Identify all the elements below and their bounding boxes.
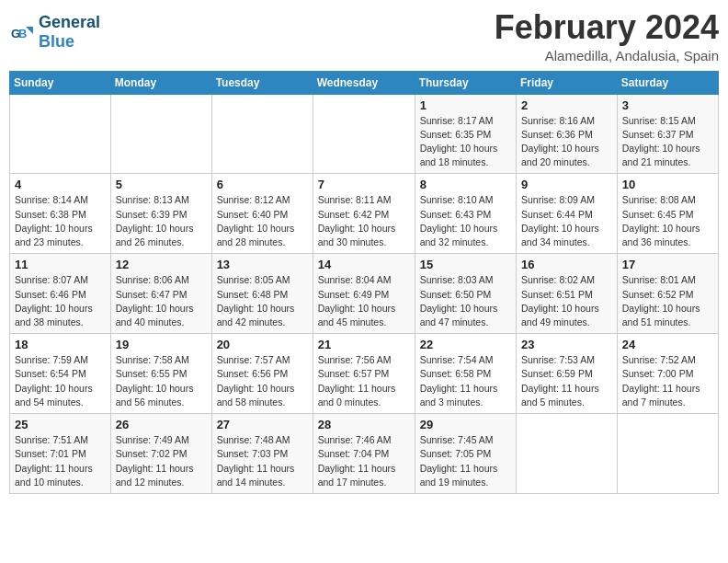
day-number: 7: [318, 178, 410, 191]
day-number: 17: [622, 258, 713, 271]
day-info: Sunrise: 8:01 AMSunset: 6:52 PMDaylight:…: [622, 273, 713, 329]
week-row-2: 4Sunrise: 8:14 AMSunset: 6:38 PMDaylight…: [10, 174, 719, 254]
weekday-header-monday: Monday: [110, 71, 211, 94]
week-row-5: 25Sunrise: 7:51 AMSunset: 7:01 PMDayligh…: [10, 414, 719, 494]
day-cell: 13Sunrise: 8:05 AMSunset: 6:48 PMDayligh…: [211, 254, 313, 334]
day-cell: 14Sunrise: 8:04 AMSunset: 6:49 PMDayligh…: [313, 254, 415, 334]
day-cell: 8Sunrise: 8:10 AMSunset: 6:43 PMDaylight…: [415, 174, 516, 254]
day-cell: 6Sunrise: 8:12 AMSunset: 6:40 PMDaylight…: [211, 174, 313, 254]
day-info: Sunrise: 7:46 AMSunset: 7:04 PMDaylight:…: [318, 433, 410, 489]
weekday-header-saturday: Saturday: [617, 71, 718, 94]
day-number: 5: [116, 178, 207, 191]
logo-icon: G B: [9, 19, 35, 45]
day-info: Sunrise: 8:14 AMSunset: 6:38 PMDaylight:…: [15, 193, 106, 249]
day-info: Sunrise: 8:09 AMSunset: 6:44 PMDaylight:…: [521, 193, 612, 249]
weekday-header-row: SundayMondayTuesdayWednesdayThursdayFrid…: [10, 71, 719, 94]
day-info: Sunrise: 7:58 AMSunset: 6:55 PMDaylight:…: [116, 353, 207, 409]
day-cell: 27Sunrise: 7:48 AMSunset: 7:03 PMDayligh…: [211, 414, 313, 494]
location-subtitle: Alamedilla, Andalusia, Spain: [495, 48, 719, 63]
day-cell: 22Sunrise: 7:54 AMSunset: 6:58 PMDayligh…: [415, 334, 516, 414]
day-info: Sunrise: 8:12 AMSunset: 6:40 PMDaylight:…: [217, 193, 308, 249]
day-info: Sunrise: 8:02 AMSunset: 6:51 PMDaylight:…: [521, 273, 612, 329]
week-row-1: 1Sunrise: 8:17 AMSunset: 6:35 PMDaylight…: [10, 94, 719, 174]
day-info: Sunrise: 8:05 AMSunset: 6:48 PMDaylight:…: [217, 273, 308, 329]
day-number: 21: [318, 338, 410, 351]
day-cell: [110, 94, 211, 174]
day-number: 19: [116, 338, 207, 351]
day-number: 8: [420, 178, 511, 191]
weekday-header-tuesday: Tuesday: [211, 71, 313, 94]
day-cell: 20Sunrise: 7:57 AMSunset: 6:56 PMDayligh…: [211, 334, 313, 414]
day-number: 20: [217, 338, 308, 351]
day-number: 27: [217, 418, 308, 431]
day-info: Sunrise: 7:59 AMSunset: 6:54 PMDaylight:…: [15, 353, 106, 409]
day-info: Sunrise: 7:49 AMSunset: 7:02 PMDaylight:…: [116, 433, 207, 489]
day-cell: 17Sunrise: 8:01 AMSunset: 6:52 PMDayligh…: [617, 254, 718, 334]
day-info: Sunrise: 7:52 AMSunset: 7:00 PMDaylight:…: [622, 353, 713, 409]
weekday-header-sunday: Sunday: [10, 71, 111, 94]
day-info: Sunrise: 7:54 AMSunset: 6:58 PMDaylight:…: [420, 353, 511, 409]
day-number: 11: [15, 258, 106, 271]
day-info: Sunrise: 8:08 AMSunset: 6:45 PMDaylight:…: [622, 193, 713, 249]
day-info: Sunrise: 8:07 AMSunset: 6:46 PMDaylight:…: [15, 273, 106, 329]
header: G B General Blue February 2024 Alamedill…: [9, 9, 719, 63]
day-info: Sunrise: 8:17 AMSunset: 6:35 PMDaylight:…: [420, 114, 511, 170]
day-number: 1: [420, 98, 511, 112]
svg-text:B: B: [18, 27, 27, 40]
day-info: Sunrise: 8:15 AMSunset: 6:37 PMDaylight:…: [622, 114, 713, 170]
day-info: Sunrise: 7:57 AMSunset: 6:56 PMDaylight:…: [217, 353, 308, 409]
day-number: 12: [116, 258, 207, 271]
day-info: Sunrise: 7:53 AMSunset: 6:59 PMDaylight:…: [521, 353, 612, 409]
day-cell: 25Sunrise: 7:51 AMSunset: 7:01 PMDayligh…: [10, 414, 111, 494]
day-cell: 23Sunrise: 7:53 AMSunset: 6:59 PMDayligh…: [517, 334, 618, 414]
day-cell: [517, 414, 618, 494]
day-number: 16: [521, 258, 612, 271]
day-cell: 26Sunrise: 7:49 AMSunset: 7:02 PMDayligh…: [110, 414, 211, 494]
calendar-table: SundayMondayTuesdayWednesdayThursdayFrid…: [9, 71, 719, 494]
day-number: 6: [217, 178, 308, 191]
day-cell: 7Sunrise: 8:11 AMSunset: 6:42 PMDaylight…: [313, 174, 415, 254]
day-info: Sunrise: 7:51 AMSunset: 7:01 PMDaylight:…: [15, 433, 106, 489]
day-number: 18: [15, 338, 106, 351]
day-cell: [313, 94, 415, 174]
day-number: 29: [420, 418, 511, 431]
day-cell: 19Sunrise: 7:58 AMSunset: 6:55 PMDayligh…: [110, 334, 211, 414]
day-cell: [10, 94, 111, 174]
day-cell: 18Sunrise: 7:59 AMSunset: 6:54 PMDayligh…: [10, 334, 111, 414]
day-cell: 24Sunrise: 7:52 AMSunset: 7:00 PMDayligh…: [617, 334, 718, 414]
day-number: 22: [420, 338, 511, 351]
day-number: 26: [116, 418, 207, 431]
day-info: Sunrise: 8:11 AMSunset: 6:42 PMDaylight:…: [318, 193, 410, 249]
day-info: Sunrise: 8:04 AMSunset: 6:49 PMDaylight:…: [318, 273, 410, 329]
day-cell: 21Sunrise: 7:56 AMSunset: 6:57 PMDayligh…: [313, 334, 415, 414]
week-row-4: 18Sunrise: 7:59 AMSunset: 6:54 PMDayligh…: [10, 334, 719, 414]
day-cell: 9Sunrise: 8:09 AMSunset: 6:44 PMDaylight…: [517, 174, 618, 254]
day-number: 28: [318, 418, 410, 431]
day-info: Sunrise: 7:48 AMSunset: 7:03 PMDaylight:…: [217, 433, 308, 489]
day-number: 14: [318, 258, 410, 271]
day-number: 23: [521, 338, 612, 351]
logo-blue: Blue: [39, 32, 74, 51]
day-info: Sunrise: 8:10 AMSunset: 6:43 PMDaylight:…: [420, 193, 511, 249]
day-number: 13: [217, 258, 308, 271]
day-info: Sunrise: 8:03 AMSunset: 6:50 PMDaylight:…: [420, 273, 511, 329]
day-cell: 1Sunrise: 8:17 AMSunset: 6:35 PMDaylight…: [415, 94, 516, 174]
day-cell: [617, 414, 718, 494]
day-cell: 28Sunrise: 7:46 AMSunset: 7:04 PMDayligh…: [313, 414, 415, 494]
day-cell: 10Sunrise: 8:08 AMSunset: 6:45 PMDayligh…: [617, 174, 718, 254]
day-cell: 29Sunrise: 7:45 AMSunset: 7:05 PMDayligh…: [415, 414, 516, 494]
month-title: February 2024: [495, 9, 719, 46]
weekday-header-thursday: Thursday: [415, 71, 516, 94]
week-row-3: 11Sunrise: 8:07 AMSunset: 6:46 PMDayligh…: [10, 254, 719, 334]
day-number: 4: [15, 178, 106, 191]
day-cell: 12Sunrise: 8:06 AMSunset: 6:47 PMDayligh…: [110, 254, 211, 334]
weekday-header-friday: Friday: [517, 71, 618, 94]
day-info: Sunrise: 8:06 AMSunset: 6:47 PMDaylight:…: [116, 273, 207, 329]
day-cell: 3Sunrise: 8:15 AMSunset: 6:37 PMDaylight…: [617, 94, 718, 174]
day-number: 25: [15, 418, 106, 431]
day-cell: 11Sunrise: 8:07 AMSunset: 6:46 PMDayligh…: [10, 254, 111, 334]
day-number: 24: [622, 338, 713, 351]
day-cell: 16Sunrise: 8:02 AMSunset: 6:51 PMDayligh…: [517, 254, 618, 334]
day-info: Sunrise: 7:56 AMSunset: 6:57 PMDaylight:…: [318, 353, 410, 409]
day-cell: 5Sunrise: 8:13 AMSunset: 6:39 PMDaylight…: [110, 174, 211, 254]
